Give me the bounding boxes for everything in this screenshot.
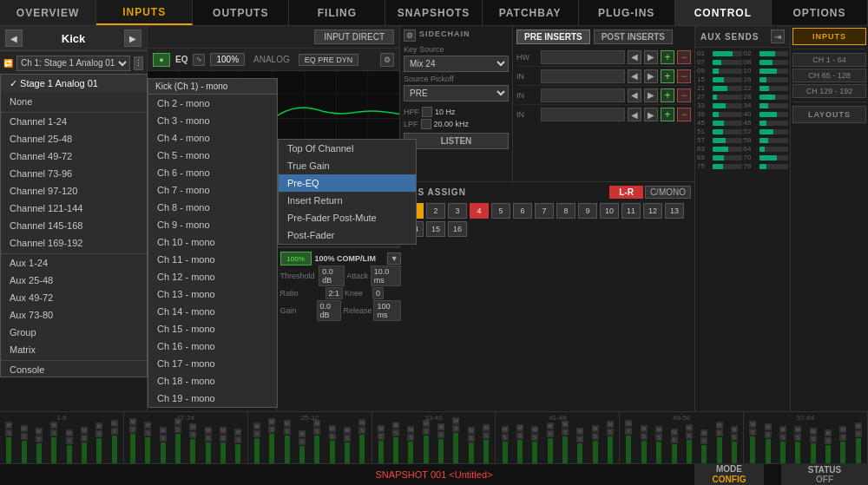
aux-row-58[interactable]: 58 xyxy=(744,136,789,144)
in2-arrow-right[interactable]: ▶ xyxy=(644,88,658,102)
ch1-64-btn[interactable]: CH 1 - 64 xyxy=(792,53,866,67)
submenu-ch18[interactable]: Ch 18 - mono xyxy=(148,372,277,390)
mixer-fader-col[interactable]: MS xyxy=(313,420,320,467)
nav-control[interactable]: CONTROL xyxy=(675,0,772,25)
aux-row-52[interactable]: 52 xyxy=(744,128,789,135)
next-channel-btn[interactable]: ▶ xyxy=(124,29,141,47)
in1-arrow-right[interactable]: ▶ xyxy=(644,69,658,83)
dropdown-ch73-96[interactable]: Channel 73-96 xyxy=(1,165,147,182)
comp-expand-btn[interactable]: ▼ xyxy=(387,252,401,265)
mixer-fader-col[interactable]: MS xyxy=(111,420,118,467)
dropdown-ch49-72[interactable]: Channel 49-72 xyxy=(1,147,147,165)
pre-inserts-tab[interactable]: PRE INSERTS xyxy=(516,29,590,44)
dropdown-ch25-48[interactable]: Channel 25-48 xyxy=(1,130,147,147)
aux-row-27[interactable]: 27 xyxy=(697,93,742,101)
aux-row-45[interactable]: 45 xyxy=(697,119,742,127)
bus-9-btn[interactable]: 9 xyxy=(578,203,597,219)
prev-channel-btn[interactable]: ◀ xyxy=(5,29,23,47)
in-slot-2[interactable] xyxy=(541,88,625,102)
mixer-fader-col[interactable]: MS xyxy=(625,420,632,467)
sc-hpf-enable[interactable] xyxy=(422,107,432,117)
bus-6-btn[interactable]: 6 xyxy=(513,203,532,219)
in3-remove-btn[interactable]: − xyxy=(677,108,691,121)
mixer-fader-col[interactable]: MS xyxy=(825,429,832,467)
aux-row-09[interactable]: 09 xyxy=(697,67,742,75)
aux-row-70[interactable]: 70 xyxy=(744,154,789,161)
submenu-ch17[interactable]: Ch 17 - mono xyxy=(148,355,277,372)
mixer-fader-col[interactable]: MS xyxy=(562,421,569,467)
mixer-fader-col[interactable]: MS xyxy=(641,425,648,467)
status-button[interactable]: STATUS OFF xyxy=(781,463,868,485)
hw-slot[interactable] xyxy=(541,50,625,64)
lr-button[interactable]: L-R xyxy=(609,186,643,199)
in2-add-btn[interactable]: + xyxy=(661,88,674,102)
in1-add-btn[interactable]: + xyxy=(661,69,674,83)
aux-row-39[interactable]: 39 xyxy=(697,110,742,118)
post-inserts-tab[interactable]: POST INSERTS xyxy=(594,29,673,44)
aux-expand-icon[interactable]: ⇥ xyxy=(771,29,785,43)
pickoff-true-gain[interactable]: True Gain xyxy=(279,157,416,174)
submenu-ch6[interactable]: Ch 6 - mono xyxy=(148,164,277,181)
nav-overview[interactable]: OVERVIEW xyxy=(0,0,96,25)
dropdown-aux73-80[interactable]: Aux 73-80 xyxy=(1,306,147,324)
mixer-fader-col[interactable]: MS xyxy=(299,430,306,467)
eq-power-btn[interactable]: ● xyxy=(153,53,170,67)
aux-row-63[interactable]: 63 xyxy=(697,145,742,153)
mixer-fader-col[interactable]: MS xyxy=(468,427,475,467)
bus-13-btn[interactable]: 13 xyxy=(665,203,684,219)
aux-row-75[interactable]: 75 xyxy=(697,162,742,170)
mixer-fader-col[interactable]: MS xyxy=(576,428,583,467)
aux-row-76[interactable]: 76 xyxy=(744,162,789,170)
in1-remove-btn[interactable]: − xyxy=(677,69,691,83)
mixer-fader-col[interactable]: MS xyxy=(779,426,786,467)
mixer-fader-col[interactable]: MS xyxy=(839,426,846,467)
submenu-ch20[interactable]: Ch 20 - mono xyxy=(148,407,277,408)
hw-add-btn[interactable]: + xyxy=(661,50,674,64)
aux-row-28[interactable]: 28 xyxy=(744,93,789,101)
mixer-fader-col[interactable]: MS xyxy=(220,427,227,467)
submenu-ch9[interactable]: Ch 9 - mono xyxy=(148,216,277,233)
mixer-fader-col[interactable]: MS xyxy=(329,425,336,467)
mixer-fader-col[interactable]: MS xyxy=(423,420,430,467)
aux-row-64[interactable]: 64 xyxy=(744,145,789,153)
dropdown-ch121-144[interactable]: Channel 121-144 xyxy=(1,200,147,217)
aux-row-33[interactable]: 33 xyxy=(697,102,742,109)
pickoff-insert-return[interactable]: Insert Return xyxy=(279,192,416,209)
mixer-fader-col[interactable]: MS xyxy=(700,429,707,467)
mixer-fader-col[interactable]: MS xyxy=(129,418,136,467)
channel-input-select[interactable]: Ch 1: Stage 1 Analog 01 xyxy=(16,56,130,71)
bus-15-btn[interactable]: 15 xyxy=(426,221,445,237)
nav-filing[interactable]: FILING xyxy=(289,0,385,25)
pickoff-post-fader[interactable]: Post-Fader xyxy=(279,226,416,244)
bus-8-btn[interactable]: 8 xyxy=(556,203,575,219)
aux-row-69[interactable]: 69 xyxy=(697,154,742,161)
aux-row-07[interactable]: 07 xyxy=(697,58,742,66)
mixer-fader-col[interactable]: MS xyxy=(716,422,723,467)
nav-outputs[interactable]: OUTPUTS xyxy=(193,0,289,25)
mixer-fader-col[interactable]: MS xyxy=(749,421,756,467)
mixer-fader-col[interactable]: MS xyxy=(855,423,862,467)
dropdown-aux1-24[interactable]: Aux 1-24 xyxy=(1,253,147,272)
listen-btn[interactable]: LISTEN xyxy=(404,133,509,149)
dropdown-ch97-120[interactable]: Channel 97-120 xyxy=(1,182,147,200)
eq-curve-btn[interactable]: ∿ xyxy=(193,54,205,66)
eq-pre-dyn-btn[interactable]: EQ PRE DYN xyxy=(299,54,359,66)
dropdown-aux25-48[interactable]: Aux 25-48 xyxy=(1,272,147,289)
submenu-ch8[interactable]: Ch 8 - mono xyxy=(148,199,277,216)
aux-row-16[interactable]: 16 xyxy=(744,75,789,83)
dropdown-ch145-168[interactable]: Channel 145-168 xyxy=(1,217,147,234)
submenu-ch15[interactable]: Ch 15 - mono xyxy=(148,320,277,338)
bus-5-btn[interactable]: 5 xyxy=(491,203,510,219)
bus-2-btn[interactable]: 2 xyxy=(426,203,445,219)
pickoff-pre-fader-post-mute[interactable]: Pre-Fader Post-Mute xyxy=(279,209,416,226)
inputs-view-btn[interactable]: INPUTS xyxy=(792,28,866,45)
submenu-ch12[interactable]: Ch 12 - mono xyxy=(148,268,277,285)
bus-11-btn[interactable]: 11 xyxy=(621,203,641,219)
mixer-fader-col[interactable]: MS xyxy=(50,422,57,467)
input-direct-btn[interactable]: INPUT DIRECT xyxy=(314,29,394,44)
pickoff-pre-eq[interactable]: Pre-EQ xyxy=(279,174,416,192)
mixer-fader-col[interactable]: MS xyxy=(378,425,385,467)
mixer-fader-col[interactable]: MS xyxy=(655,426,662,467)
dropdown-none[interactable]: None xyxy=(1,93,147,110)
mixer-fader-col[interactable]: MS xyxy=(160,427,167,467)
